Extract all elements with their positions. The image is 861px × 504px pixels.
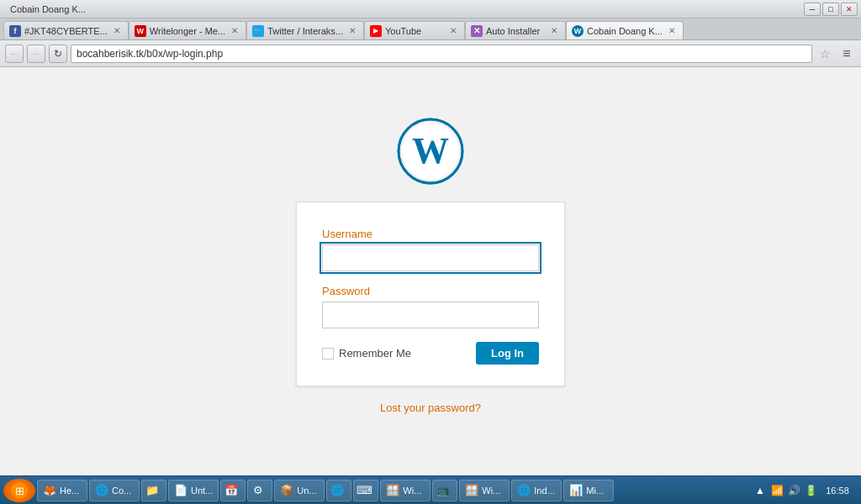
taskbar-item-mi[interactable]: 📊 Mi...	[563, 480, 614, 501]
password-group: Password	[322, 285, 539, 328]
tab-label-jkt48: #JKT48CYBERTE...	[24, 26, 108, 36]
wordpress-logo: W	[397, 118, 464, 185]
form-footer: Remember Me Log In	[322, 342, 539, 365]
taskbar-icon-ind: 🌐	[517, 484, 531, 497]
tray-network-icon[interactable]: 📶	[770, 484, 784, 497]
tab-favicon-tw: 🐦	[252, 25, 264, 37]
taskbar-item-globe[interactable]: 🌐	[326, 480, 351, 501]
taskbar-item-ind[interactable]: 🌐 Ind...	[511, 480, 562, 501]
taskbar-icon-wi2: 🪟	[465, 484, 478, 497]
url-bar[interactable]: bocahberisik.tk/b0x/wp-login.php	[71, 45, 812, 63]
taskbar-item-gear[interactable]: ⚙	[247, 480, 272, 501]
tab-cobain[interactable]: W Cobain Doang K... ✕	[566, 21, 684, 39]
system-tray: ▲ 📶 🔊 🔋 16:58	[750, 484, 858, 497]
forward-button[interactable]: →	[27, 45, 45, 63]
taskbar-icon-wi1: 🪟	[386, 484, 399, 497]
taskbar-icon-kb: ⌨	[357, 484, 371, 497]
taskbar-item-cal[interactable]: 📅	[220, 480, 246, 501]
taskbar-label-co: Co...	[112, 486, 131, 496]
svg-text:⊞: ⊞	[15, 485, 24, 497]
remember-me-group: Remember Me	[322, 347, 411, 360]
tab-label-writelonger: Writelonger - Me...	[150, 26, 225, 36]
lost-password-link[interactable]: Lost your password?	[380, 402, 481, 414]
reload-button[interactable]: ↻	[49, 45, 67, 63]
tab-close-writelonger[interactable]: ✕	[229, 25, 240, 37]
menu-icon[interactable]: ≡	[837, 45, 856, 63]
taskbar-icon-co: 🌐	[95, 484, 108, 497]
taskbar-label-unt: Unt...	[191, 486, 213, 496]
tray-expand-icon[interactable]: ▲	[753, 484, 767, 497]
close-button[interactable]: ✕	[841, 3, 858, 16]
taskbar-item-unt[interactable]: 📄 Unt...	[168, 480, 219, 501]
tab-favicon-yt: ▶	[370, 25, 382, 37]
password-label: Password	[322, 285, 539, 297]
maximize-button[interactable]: □	[822, 3, 839, 16]
username-label: Username	[322, 228, 539, 240]
browser-window: Cobain Doang K... ─ □ ✕ f #JKT48CYBERTE.…	[0, 0, 861, 504]
taskbar-item-kb[interactable]: ⌨	[353, 480, 378, 501]
taskbar-icon-tv: 📺	[436, 484, 450, 497]
tray-battery-icon[interactable]: 🔋	[804, 484, 817, 497]
remember-me-checkbox[interactable]	[322, 348, 334, 360]
taskbar-item-folder[interactable]: 📁	[141, 480, 166, 501]
window-controls: ─ □ ✕	[804, 3, 858, 16]
start-button[interactable]: ⊞	[3, 479, 35, 502]
username-group: Username	[322, 228, 539, 271]
tab-favicon-autoinstaller: ✕	[471, 25, 483, 37]
taskbar-label-wi1: Wi...	[403, 486, 421, 496]
tab-twitter[interactable]: 🐦 Twitter / Interaks... ✕	[246, 21, 364, 39]
tab-favicon-cobain: W	[572, 25, 584, 37]
system-clock: 16:58	[821, 486, 854, 496]
login-button[interactable]: Log In	[476, 342, 539, 365]
tab-writelonger[interactable]: W Writelonger - Me... ✕	[129, 21, 246, 39]
taskbar-icon-folder: 📁	[145, 484, 159, 497]
taskbar-item-un[interactable]: 📦 Un...	[274, 480, 325, 501]
tab-bar: f #JKT48CYBERTE... ✕ W Writelonger - Me.…	[0, 18, 861, 40]
tab-close-jkt48[interactable]: ✕	[111, 25, 123, 37]
taskbar-item-wi1[interactable]: 🪟 Wi...	[380, 480, 430, 501]
username-input[interactable]	[322, 244, 539, 271]
taskbar-icon-he: 🦊	[43, 484, 56, 497]
svg-text:W: W	[412, 130, 449, 171]
taskbar-item-wi2[interactable]: 🪟 Wi...	[459, 480, 510, 501]
tab-close-twitter[interactable]: ✕	[346, 25, 358, 37]
page-content: W Username Password Remember Me Log In	[0, 67, 861, 475]
window-title: Cobain Doang K...	[3, 4, 86, 14]
taskbar: ⊞ 🦊 He... 🌐 Co... 📁 📄 Unt... 📅 ⚙ 📦 Un...	[0, 475, 861, 504]
tab-label-youtube: YouTube	[385, 26, 444, 36]
bookmark-star-icon[interactable]: ☆	[816, 45, 834, 63]
taskbar-icon-globe: 🌐	[330, 484, 344, 497]
taskbar-icon-mi: 📊	[569, 484, 583, 497]
tab-jkt48[interactable]: f #JKT48CYBERTE... ✕	[3, 21, 129, 39]
tab-favicon-fb: f	[9, 25, 21, 37]
taskbar-item-he[interactable]: 🦊 He...	[37, 480, 87, 501]
password-input[interactable]	[322, 302, 539, 328]
remember-me-label: Remember Me	[339, 347, 411, 360]
tab-favicon-w: W	[135, 25, 146, 37]
tab-autoinstaller[interactable]: ✕ Auto Installer ✕	[465, 21, 566, 39]
taskbar-icon-un: 📦	[280, 484, 293, 497]
taskbar-label-ind: Ind...	[534, 486, 554, 496]
tray-volume-icon[interactable]: 🔊	[787, 484, 800, 497]
login-form-container: Username Password Remember Me Log In	[296, 202, 565, 386]
taskbar-label-wi2: Wi...	[482, 486, 500, 496]
taskbar-label-un: Un...	[297, 486, 316, 496]
tab-label-autoinstaller: Auto Installer	[486, 26, 545, 36]
tab-close-cobain[interactable]: ✕	[666, 25, 678, 37]
tab-close-autoinstaller[interactable]: ✕	[548, 25, 560, 37]
taskbar-icon-gear: ⚙	[251, 484, 265, 497]
tab-label-twitter: Twitter / Interaks...	[267, 26, 343, 36]
taskbar-icon-cal: 📅	[224, 484, 238, 497]
taskbar-label-he: He...	[60, 486, 79, 496]
tab-close-youtube[interactable]: ✕	[447, 25, 459, 37]
taskbar-label-mi: Mi...	[586, 486, 604, 496]
title-bar: Cobain Doang K... ─ □ ✕	[0, 0, 861, 18]
address-bar: ← → ↻ bocahberisik.tk/b0x/wp-login.php ☆…	[0, 40, 861, 67]
taskbar-item-co[interactable]: 🌐 Co...	[89, 480, 140, 501]
tab-label-cobain: Cobain Doang K...	[587, 26, 663, 36]
minimize-button[interactable]: ─	[804, 3, 821, 16]
taskbar-item-tv[interactable]: 📺	[432, 480, 457, 501]
taskbar-icon-unt: 📄	[174, 484, 188, 497]
tab-youtube[interactable]: ▶ YouTube ✕	[364, 21, 465, 39]
back-button[interactable]: ←	[5, 45, 24, 63]
